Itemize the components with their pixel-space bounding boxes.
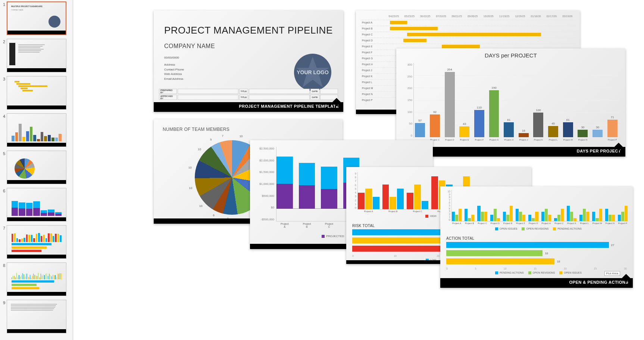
slide-thumbnail[interactable]: 4 [1,113,71,147]
bar: 110 Project F [473,63,486,137]
slide-thumbnail[interactable]: 7 [1,225,71,259]
bar: 30 [591,63,604,137]
slide-thumbnail[interactable]: 9 [1,300,71,333]
gantt-row-label: Project N [360,93,384,95]
bar-label: Project M [560,139,575,141]
gantt-row: Project D [360,38,575,43]
slide-footer: PROJECT MANAGEMENT PIPELINE TEMPLATE [154,102,343,112]
gantt-row: Project C [360,32,575,37]
bar-group: Project M [592,190,602,221]
title-text: PROJECT MANAGEMENT PIPELINE [154,10,343,43]
gantt-row-label: Project K [360,75,384,78]
bar-group: Project P [618,190,628,221]
y-axis: 300250200150100500 [398,63,412,137]
slide-thumbnail[interactable]: 8 [1,262,71,296]
slide-thumbnail-panel[interactable]: 1 MULTIPLE PROJECT DASHBOARDCOMPANY NAME… [0,0,73,340]
section-title: ACTION TOTAL [440,230,633,242]
slide-number: 9 [1,300,7,333]
bar: 71 Project P [606,63,619,137]
x-axis: 051015202530 [446,267,627,271]
bar-label: Project N [575,139,590,141]
chart-title: DAYS per PROJECT [396,48,625,59]
bar-label: Project E [457,139,472,141]
slide-open-pending-actions: 109876543210 Project A Project B Project… [440,186,633,288]
bar: 30 Project N [576,63,589,137]
horizontal-bars: 271618 [446,242,627,264]
gantt-date-axis: 04/23/2505/23/2506/22/2507/22/2508/21/25… [360,15,575,18]
bar-value: 43 [463,122,466,126]
horizontal-bar: 18 [446,258,627,264]
y-axis: 109876543210 [443,190,450,221]
gantt-bar [403,39,426,42]
bar-label: Project C [476,222,488,224]
bar-group: Project L [579,190,589,221]
slide-thumbnail[interactable]: 6 [1,188,71,221]
bar-label: Project J [553,222,565,224]
gantt-row-label: Project A [360,21,384,24]
slide-thumbnail[interactable]: 5 [1,151,71,184]
slide-number: 3 [1,76,7,110]
bar-value: 16 [522,129,525,132]
bar-label: Project J [516,139,531,141]
pie-label: 10 [189,186,192,190]
pie-label: 7 [222,134,223,138]
bar-label: Project P [617,222,628,224]
gantt-row-label: Project P [360,99,384,101]
bar-group: Project K [567,190,576,221]
bar-value: 61 [566,118,570,122]
plot-area-label: Plot Area [604,271,620,276]
pie-label: 10 [240,135,243,138]
gantt-row: Project A [360,20,575,25]
slide-thumbnail[interactable]: 2 [1,39,71,72]
bar: 92 Project C [429,63,441,137]
slide-number: 6 [1,188,7,221]
slide-number: 2 [1,39,7,72]
gantt-row-label: Project C [360,33,384,36]
gantt-row-label: Project H [360,63,384,66]
bar-label: Project F [472,139,487,141]
bar-label: Project P [605,139,620,141]
gantt-row-label: Project E [360,45,384,48]
gantt-row-label: Project M [360,87,384,89]
bar-value: 264 [447,68,452,71]
gantt-row: Project B [360,26,575,31]
gantt-row-label: Project D [360,39,384,42]
slide-thumbnail[interactable]: 3 [1,76,71,110]
bar-group: Project B [465,190,474,221]
bar-value: 100 [536,108,541,112]
slide-thumbnail[interactable]: 1 MULTIPLE PROJECT DASHBOARDCOMPANY NAME [1,1,71,35]
bar-group: Project B [382,172,404,209]
bar-group: Project N [605,190,615,221]
gantt-bar [407,33,541,36]
gantt-row-label: Project L [360,81,384,84]
bar-group: Project A [358,172,379,209]
bar: 16 Project J [517,63,530,137]
bar-group: Project C [477,190,487,221]
stacked-bar: ProjectA [276,147,293,221]
bar: 43 Project E [458,63,471,137]
bar-label: Project G [487,139,501,141]
slide-footer: OPEN & PENDING ACTIONS [440,278,633,288]
bar-label: Project H [540,222,552,224]
bar-group: Project D [490,190,500,221]
slide-number: 7 [1,225,7,259]
legend-top: OPEN ISSUES OPEN REVISIONS PENDING ACTIO… [440,227,633,230]
slide-number: 1 [1,1,7,35]
slide-number: 5 [1,151,7,184]
bar-label: Project K [531,139,546,141]
bar-label: Project B [380,210,406,212]
bar-label: ProjectB [297,223,316,229]
slide-number: 8 [1,262,7,296]
bar-value: 71 [611,116,614,119]
bar-label: ProjectA [275,223,294,229]
bar-value: 57 [418,119,422,122]
slide-title-card: PROJECT MANAGEMENT PIPELINE COMPANY NAME… [154,10,343,112]
chart-title: NUMBER OF TEAM MEMBERS [154,119,343,132]
bar-value: 190 [491,86,496,89]
bar-value: 45 [551,122,555,125]
bar-group: Project C [407,172,428,209]
bar: 190 Project G [488,63,500,137]
pie-label: 10 [188,166,192,169]
gantt-row: Project E [360,44,575,49]
bar: 61 Project H [503,63,515,137]
